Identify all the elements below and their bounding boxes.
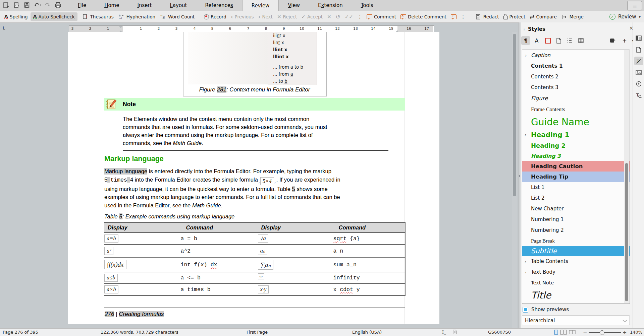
- tab-review[interactable]: Review: [242, 0, 279, 11]
- print-icon[interactable]: [55, 1, 61, 9]
- tab-view[interactable]: View: [279, 0, 309, 11]
- toolbar-overflow-1[interactable]: ⋮: [358, 14, 362, 19]
- review-mode-select[interactable]: Review: [618, 14, 636, 20]
- style-item-page-break[interactable]: Page Break: [522, 236, 630, 246]
- sidebar-settings-icon[interactable]: [634, 34, 643, 43]
- new-document-icon[interactable]: [3, 1, 9, 9]
- drag-grip-icon[interactable]: ⋮: [522, 27, 526, 32]
- style-item-numbering-2[interactable]: Numbering 2: [522, 225, 630, 236]
- zoom-in-icon[interactable]: +: [623, 330, 627, 336]
- style-item-frame-contents[interactable]: Frame Contents: [522, 104, 630, 115]
- formula-object[interactable]: aₙ: [258, 247, 268, 255]
- selection-mode-icon[interactable]: I_: [442, 330, 446, 335]
- formula-object[interactable]: ∞: [258, 273, 264, 279]
- accept-all-button[interactable]: ✓✓: [345, 14, 353, 20]
- document-info-status[interactable]: GS6007S0: [488, 330, 511, 335]
- horizontal-ruler[interactable]: 3 2 1 1 2 3 4 5 6 7 8 9 10 11 12 13 14 1…: [69, 25, 434, 32]
- tab-layout[interactable]: Layout: [161, 0, 196, 11]
- style-item-guide-name[interactable]: Guide Name: [522, 115, 630, 129]
- new-style-button[interactable]: +: [620, 36, 629, 45]
- style-item-heading-tip[interactable]: Heading Tip: [522, 172, 630, 182]
- formula-object[interactable]: a≤b: [104, 274, 118, 282]
- tab-insert[interactable]: Insert: [128, 0, 161, 11]
- undo-change-button[interactable]: ↺: [336, 14, 340, 19]
- next-change-button[interactable]: › Next: [258, 14, 273, 19]
- hyphenation-button[interactable]: b-cd Hyphenation: [118, 13, 155, 20]
- note-body[interactable]: The Elements window and the context menu…: [104, 111, 405, 147]
- style-item-heading-2[interactable]: Heading 2: [522, 140, 630, 151]
- word-count-button[interactable]: ¹²# Word Count: [160, 13, 195, 20]
- inline-formula-object[interactable]: 5×4: [260, 177, 274, 185]
- expander-icon[interactable]: ›: [525, 270, 526, 275]
- save-status-icon[interactable]: [453, 330, 457, 335]
- style-item-heading-caution[interactable]: Heading Caution: [522, 161, 630, 172]
- fill-format-button[interactable]: [608, 36, 617, 45]
- merge-button[interactable]: Merge: [561, 13, 584, 20]
- reject-change-button[interactable]: ✕ Reject: [277, 14, 297, 20]
- expander-icon[interactable]: ›: [525, 53, 526, 58]
- style-item-table-contents[interactable]: ›Table Contents: [522, 256, 630, 267]
- table-styles-button[interactable]: [577, 36, 585, 45]
- style-item-subtitle-selected[interactable]: Subtitle: [522, 246, 630, 256]
- resolve-comment-button[interactable]: ✓: [451, 14, 457, 19]
- record-changes-button[interactable]: Record: [204, 14, 226, 19]
- undo-icon[interactable]: [34, 1, 41, 9]
- style-item-contents-1[interactable]: Contents 1: [522, 61, 630, 71]
- styles-deck-icon[interactable]: T: [634, 57, 643, 65]
- open-document-icon[interactable]: [13, 1, 20, 9]
- auto-spellcheck-toggle[interactable]: A Auto Spellcheck: [31, 12, 77, 21]
- style-item-title[interactable]: Title: [522, 288, 630, 303]
- formula-object[interactable]: ∑aₙ: [258, 260, 274, 270]
- chevron-down-icon[interactable]: ▾: [639, 15, 641, 19]
- style-item-heading-3[interactable]: Heading 3: [522, 151, 630, 161]
- character-styles-button[interactable]: A: [532, 36, 541, 45]
- list-styles-button[interactable]: [566, 36, 574, 45]
- zoom-slider-thumb[interactable]: [600, 330, 604, 335]
- navigator-deck-icon[interactable]: [634, 79, 643, 88]
- spelling-button[interactable]: A Spelling: [4, 14, 28, 19]
- zoom-level[interactable]: 140%: [630, 330, 642, 335]
- book-view-icon[interactable]: [569, 330, 576, 336]
- formula-object[interactable]: ∫f(x)dx: [104, 260, 126, 269]
- example-commands-table[interactable]: Display Command Display Command a=b a = …: [104, 222, 406, 296]
- paragraph-styles-button[interactable]: ¶: [521, 36, 530, 45]
- tab-file[interactable]: File: [69, 0, 95, 11]
- style-item-list-2[interactable]: List 2: [522, 193, 630, 203]
- style-item-new-chapter[interactable]: New Chapter: [522, 203, 630, 214]
- delete-comment-button[interactable]: × Delete Comment: [400, 14, 446, 19]
- style-filter-dropdown[interactable]: Hierarchical: [522, 316, 630, 325]
- page-deck-icon[interactable]: [634, 45, 643, 54]
- language-status[interactable]: English (USA): [352, 330, 382, 335]
- compare-button[interactable]: ⇄ Compare: [530, 14, 557, 19]
- protect-button[interactable]: Protect: [503, 14, 526, 19]
- formula-object[interactable]: x·y: [258, 285, 269, 293]
- styles-list-scrollbar[interactable]: [624, 50, 629, 303]
- tab-tools[interactable]: Tools: [352, 0, 382, 11]
- page-style-status[interactable]: First Page: [247, 330, 268, 335]
- hamburger-menu-button[interactable]: ≡: [627, 1, 642, 10]
- word-count-status[interactable]: 122,360 words, 703,729 characters: [101, 330, 178, 335]
- redo-icon[interactable]: [44, 1, 51, 9]
- expander-icon[interactable]: ›: [525, 132, 526, 137]
- previous-change-button[interactable]: ‹ Previous: [231, 14, 254, 19]
- tab-stop-selector[interactable]: L: [3, 25, 5, 30]
- zoom-slider-track[interactable]: [589, 332, 621, 333]
- zoom-out-icon[interactable]: −: [583, 330, 587, 336]
- formula-object[interactable]: a=b: [104, 234, 118, 243]
- style-item-caption[interactable]: ›Caption: [522, 50, 630, 61]
- expander-icon[interactable]: ›: [525, 259, 526, 264]
- frame-styles-button[interactable]: [543, 36, 552, 45]
- vertical-scrollbar[interactable]: [512, 32, 517, 328]
- style-item-contents-2[interactable]: Contents 2: [522, 71, 630, 82]
- formula-object[interactable]: a×b: [104, 285, 118, 293]
- style-item-list-1[interactable]: List 1: [522, 182, 630, 193]
- multi-page-view-icon[interactable]: [560, 330, 567, 336]
- formula-object[interactable]: a²: [104, 247, 113, 255]
- tab-home[interactable]: Home: [95, 0, 128, 11]
- redact-button[interactable]: Redact: [475, 13, 499, 20]
- body-paragraph[interactable]: Markup language is entered directly into…: [104, 167, 406, 210]
- style-item-figure[interactable]: Figure: [522, 93, 630, 104]
- style-item-contents-3[interactable]: Contents 3: [522, 82, 630, 93]
- style-item-heading-1[interactable]: ›Heading 1: [522, 129, 630, 140]
- gallery-deck-icon[interactable]: [634, 68, 643, 77]
